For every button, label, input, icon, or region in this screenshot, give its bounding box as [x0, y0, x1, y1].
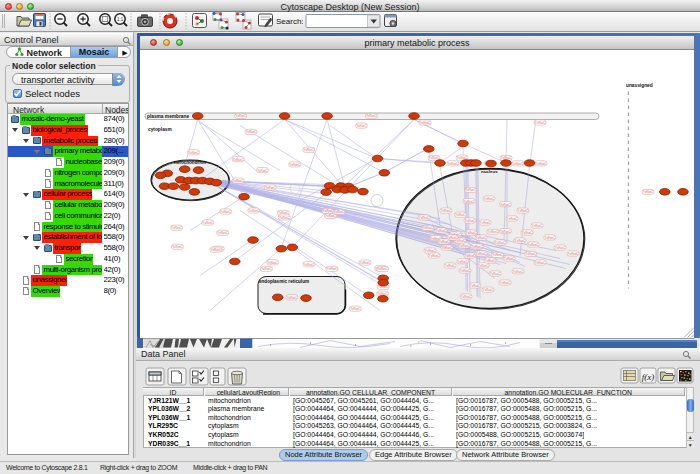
- svg-text:YxRxxC: YxRxxC: [492, 253, 502, 257]
- svg-text:YxRxxC: YxRxxC: [495, 240, 505, 244]
- svg-text:YxRxxC: YxRxxC: [304, 148, 314, 152]
- svg-text:YxRxxC: YxRxxC: [419, 215, 429, 219]
- svg-text:YxRxxC: YxRxxC: [512, 161, 522, 165]
- svg-text:YxRxxC: YxRxxC: [360, 260, 370, 264]
- svg-text:YxRxxC: YxRxxC: [555, 245, 565, 249]
- svg-text:YxRxxC: YxRxxC: [465, 188, 475, 192]
- svg-text:YxRxxC: YxRxxC: [532, 223, 542, 227]
- svg-text:YxRxxC: YxRxxC: [470, 283, 480, 287]
- svg-text:YxRxxC: YxRxxC: [304, 262, 314, 266]
- svg-text:YxRxxC: YxRxxC: [528, 242, 538, 246]
- svg-text:YxRxxC: YxRxxC: [249, 208, 259, 212]
- svg-text:YxRxxC: YxRxxC: [476, 235, 486, 239]
- svg-text:Search:: Search:: [276, 17, 304, 26]
- svg-text:YxRxxC: YxRxxC: [235, 114, 245, 118]
- svg-text:plasma membrane: plasma membrane: [147, 114, 189, 119]
- svg-text:YxRxxC: YxRxxC: [461, 294, 471, 298]
- svg-text:YxRxxC: YxRxxC: [568, 251, 578, 255]
- svg-text:YxRxxC: YxRxxC: [464, 199, 474, 203]
- svg-text:YxRxxC: YxRxxC: [455, 213, 465, 217]
- svg-text:YxRxxC: YxRxxC: [480, 220, 490, 224]
- svg-text:YxRxxC: YxRxxC: [356, 124, 366, 128]
- svg-text:cytoplasm: cytoplasm: [148, 127, 172, 132]
- svg-text:YxRxxC: YxRxxC: [267, 260, 277, 264]
- svg-text:YxRxxC: YxRxxC: [233, 179, 243, 183]
- svg-text:YxRxxC: YxRxxC: [265, 185, 275, 189]
- svg-text:unassigned: unassigned: [626, 82, 653, 87]
- svg-text:YxRxxC: YxRxxC: [535, 260, 545, 264]
- svg-text:YxRxxC: YxRxxC: [327, 267, 337, 271]
- svg-text:YxRxxC: YxRxxC: [203, 220, 213, 224]
- svg-text:YxRxxC: YxRxxC: [476, 251, 486, 255]
- svg-text:YxRxxC: YxRxxC: [436, 228, 446, 232]
- svg-text:YxRxxC: YxRxxC: [460, 268, 470, 272]
- svg-text:YxRxxC: YxRxxC: [488, 230, 498, 234]
- svg-text:YxRxxC: YxRxxC: [643, 190, 653, 194]
- svg-text:YxRxxC: YxRxxC: [465, 253, 475, 257]
- svg-text:YxRxxC: YxRxxC: [448, 161, 458, 165]
- svg-text:YxRxxC: YxRxxC: [211, 248, 221, 252]
- svg-text:YxRxxC: YxRxxC: [261, 267, 271, 271]
- svg-text:YxRxxC: YxRxxC: [171, 226, 181, 230]
- svg-text:YxRxxC: YxRxxC: [429, 253, 439, 257]
- svg-text:YxRxxC: YxRxxC: [513, 269, 523, 273]
- svg-text:YxRxxC: YxRxxC: [485, 258, 495, 262]
- svg-text:YxRxxC: YxRxxC: [188, 150, 198, 154]
- svg-text:YxRxxC: YxRxxC: [507, 216, 517, 220]
- svg-text:YxRxxC: YxRxxC: [515, 238, 525, 242]
- svg-text:1:1: 1:1: [117, 17, 124, 22]
- svg-text:YxRxxC: YxRxxC: [459, 243, 469, 247]
- svg-text:YxRxxC: YxRxxC: [504, 256, 514, 260]
- svg-text:YxRxxC: YxRxxC: [366, 114, 376, 118]
- svg-text:YxRxxC: YxRxxC: [323, 209, 333, 213]
- svg-text:YxRxxC: YxRxxC: [500, 280, 510, 284]
- svg-text:YxRxxC: YxRxxC: [233, 157, 243, 161]
- svg-text:YxRxxC: YxRxxC: [257, 168, 267, 172]
- svg-text:f(x): f(x): [642, 372, 655, 382]
- svg-text:YxRxxC: YxRxxC: [220, 209, 230, 213]
- svg-text:YxRxxC: YxRxxC: [465, 218, 475, 222]
- svg-text:YxRxxC: YxRxxC: [483, 288, 493, 292]
- svg-text:YxRxxC: YxRxxC: [172, 245, 182, 249]
- svg-text:YxRxxC: YxRxxC: [522, 230, 532, 234]
- svg-text:YxRxxC: YxRxxC: [500, 229, 510, 233]
- svg-text:YxRxxC: YxRxxC: [484, 196, 494, 200]
- svg-text:YxRxxC: YxRxxC: [500, 202, 510, 206]
- svg-text:YxRxxC: YxRxxC: [445, 263, 455, 267]
- svg-text:YxRxxC: YxRxxC: [518, 209, 528, 213]
- svg-text:YxRxxC: YxRxxC: [425, 248, 435, 252]
- svg-text:YxRxxC: YxRxxC: [525, 252, 535, 256]
- svg-text:YxRxxC: YxRxxC: [442, 246, 452, 250]
- svg-text:YxRxxC: YxRxxC: [350, 307, 360, 311]
- svg-text:YxRxxC: YxRxxC: [536, 161, 546, 165]
- svg-text:YxRxxC: YxRxxC: [457, 259, 467, 263]
- svg-text:YxRxxC: YxRxxC: [478, 263, 488, 267]
- svg-text:YxRxxC: YxRxxC: [289, 162, 299, 166]
- svg-text:YxRxxC: YxRxxC: [472, 244, 482, 248]
- svg-text:YxRxxC: YxRxxC: [246, 130, 256, 134]
- svg-text:YxRxxC: YxRxxC: [287, 295, 297, 299]
- svg-text:YxRxxC: YxRxxC: [490, 271, 500, 275]
- svg-text:endoplasmic reticulum: endoplasmic reticulum: [259, 278, 309, 283]
- svg-text:nucleus: nucleus: [481, 169, 498, 174]
- svg-text:YxRxxC: YxRxxC: [325, 214, 335, 218]
- svg-text:YxRxxC: YxRxxC: [420, 120, 430, 124]
- svg-text:YxRxxC: YxRxxC: [217, 231, 227, 235]
- svg-text:mitochondrion: mitochondrion: [174, 160, 206, 165]
- svg-text:YxRxxC: YxRxxC: [544, 235, 554, 239]
- svg-text:YxRxxC: YxRxxC: [439, 239, 449, 243]
- svg-text:YxRxxC: YxRxxC: [377, 267, 387, 271]
- svg-text:YxRxxC: YxRxxC: [423, 226, 433, 230]
- svg-text:YxRxxC: YxRxxC: [441, 209, 451, 213]
- svg-text:YxRxxC: YxRxxC: [466, 230, 476, 234]
- svg-text:YxRxxC: YxRxxC: [279, 215, 289, 219]
- svg-text:YxRxxC: YxRxxC: [535, 120, 545, 124]
